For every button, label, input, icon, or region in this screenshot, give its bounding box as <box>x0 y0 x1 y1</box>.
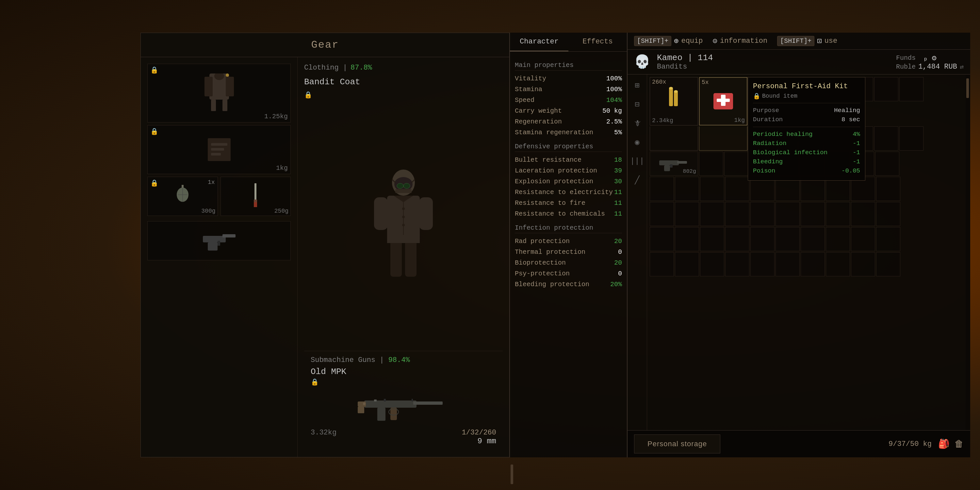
empty-cell-r2-6[interactable] <box>874 126 898 151</box>
funds-section: Funds ₚ ⚙ Ruble 1,484 RUB ⇄ <box>896 53 964 71</box>
empty-r7-10[interactable] <box>876 252 900 276</box>
empty-r5-9[interactable] <box>851 202 875 226</box>
accessory-slot[interactable]: 🔒 1kg <box>147 125 291 174</box>
currency-icon: ₚ <box>923 53 928 63</box>
char-faction-display: Bandits <box>657 63 896 71</box>
tab-character[interactable]: Character <box>510 33 568 51</box>
inventory-right: 260x 2.34kg 5x <box>647 75 966 430</box>
char-effects-tabs: Character Effects <box>510 33 627 52</box>
empty-r3-8[interactable] <box>875 151 899 176</box>
small-gun-cell[interactable]: 802g <box>650 151 698 176</box>
action-knife-icon[interactable]: 🗡 <box>630 116 645 130</box>
empty-r7-9[interactable] <box>851 252 875 276</box>
tooltip-divider-1 <box>753 103 860 103</box>
weapon-ammo-loaded: 1/32/260 <box>461 429 496 437</box>
svg-rect-22 <box>218 241 220 246</box>
inventory-scrollbar[interactable] <box>966 75 970 430</box>
empty-r6-1[interactable] <box>650 227 674 251</box>
empty-r7-6[interactable] <box>775 252 800 276</box>
empty-r6-7[interactable] <box>801 227 825 251</box>
empty-r5-6[interactable] <box>775 202 800 226</box>
empty-r7-4[interactable] <box>725 252 749 276</box>
stat-stamina-regen-value: 5% <box>614 129 622 136</box>
empty-cell-7[interactable] <box>899 77 923 101</box>
action-grid-icon[interactable]: ⊞ <box>630 78 645 93</box>
empty-r5-10[interactable] <box>876 202 900 226</box>
empty-r6-4[interactable] <box>725 227 749 251</box>
grenade-slot[interactable]: 🔒 1x 300g <box>147 177 218 216</box>
empty-r7-1[interactable] <box>650 252 674 276</box>
weapon-image-area <box>311 387 496 426</box>
ammo-cell-bottom[interactable] <box>650 126 698 151</box>
ruble-label: Ruble <box>896 63 916 70</box>
action-grid2-icon[interactable]: ⊟ <box>630 97 645 112</box>
ruble-row: Ruble 1,484 RUB ⇄ <box>896 63 964 71</box>
empty-r7-7[interactable] <box>801 252 825 276</box>
empty-r3-2[interactable] <box>724 151 748 176</box>
stat-vitality-value: 100% <box>606 75 622 82</box>
empty-r5-8[interactable] <box>826 202 850 226</box>
empty-r7-5[interactable] <box>750 252 775 276</box>
equip-toolbar-btn[interactable]: [SHIFT]+ ⊕ equip <box>634 36 703 46</box>
stat-psy-value: 0 <box>618 270 622 277</box>
inventory-row-7 <box>650 252 963 276</box>
empty-r5-5[interactable] <box>750 202 775 226</box>
accessory-lock-icon: 🔒 <box>150 127 158 135</box>
empty-r3-1[interactable] <box>699 151 723 176</box>
stat-fire-value: 11 <box>614 199 622 207</box>
empty-r4-3[interactable] <box>700 177 724 201</box>
action-camera-icon[interactable]: ◉ <box>630 135 645 150</box>
action-diagonal-icon[interactable]: ╱ <box>630 172 645 188</box>
information-toolbar-btn[interactable]: ⊙ information <box>713 36 767 46</box>
empty-r4-4[interactable] <box>725 177 749 201</box>
stat-electricity-value: 11 <box>614 188 622 196</box>
stat-bio-label: Bioprotection <box>515 259 566 267</box>
pistol-slot[interactable] <box>147 221 291 260</box>
empty-r5-4[interactable] <box>725 202 749 226</box>
empty-r5-2[interactable] <box>675 202 699 226</box>
action-ammo-icon[interactable]: ||| <box>630 154 645 169</box>
svg-point-52 <box>363 402 366 405</box>
empty-r6-8[interactable] <box>826 227 850 251</box>
trash-icon[interactable]: 🗑 <box>955 438 964 450</box>
svg-rect-2 <box>226 77 234 96</box>
use-toolbar-btn[interactable]: [SHIFT]+ ⊡ use <box>777 36 837 46</box>
svg-rect-59 <box>721 95 725 106</box>
ammo-cell[interactable]: 260x 2.34kg <box>650 77 698 126</box>
empty-r5-3[interactable] <box>700 202 724 226</box>
svg-point-54 <box>669 87 673 89</box>
bag-icon[interactable]: 🎒 <box>938 438 950 450</box>
empty-r5-1[interactable] <box>650 202 674 226</box>
medkit-cell[interactable]: 5x 1kg <box>699 77 748 126</box>
knife-weight: 250g <box>274 208 288 214</box>
knife-slot[interactable]: 250g <box>221 177 291 216</box>
svg-rect-41 <box>387 235 420 243</box>
empty-r4-10[interactable] <box>876 177 900 201</box>
empty-r7-3[interactable] <box>700 252 724 276</box>
exchange-icon[interactable]: ⇄ <box>960 63 964 71</box>
medkit-cell-bottom[interactable] <box>699 126 748 151</box>
empty-r4-2[interactable] <box>675 177 699 201</box>
stat-electricity-label: Resistance to electricity <box>515 188 613 196</box>
empty-r6-10[interactable] <box>876 227 900 251</box>
stat-carry: Carry weight 50 kg <box>515 105 622 116</box>
clothing-name-row: Clothing | 87.8% <box>304 64 503 72</box>
personal-storage-button[interactable]: Personal storage <box>634 434 720 453</box>
empty-r6-5[interactable] <box>750 227 775 251</box>
empty-r7-2[interactable] <box>675 252 699 276</box>
svg-rect-63 <box>670 164 673 167</box>
stat-bullet-label: Bullet resistance <box>515 156 581 164</box>
empty-r4-1[interactable] <box>650 177 674 201</box>
empty-r6-2[interactable] <box>675 227 699 251</box>
empty-r6-9[interactable] <box>851 227 875 251</box>
empty-r6-3[interactable] <box>700 227 724 251</box>
settings-icon[interactable]: ⚙ <box>932 53 937 63</box>
empty-r5-7[interactable] <box>801 202 825 226</box>
tab-effects[interactable]: Effects <box>568 33 627 51</box>
empty-r6-6[interactable] <box>775 227 800 251</box>
empty-cell-r2-7[interactable] <box>899 126 923 151</box>
empty-r7-8[interactable] <box>826 252 850 276</box>
tooltip-effect-radiation: Radiation -1 <box>753 139 860 148</box>
clothing-slot[interactable]: 🔒 1.25kg <box>147 64 291 123</box>
empty-cell-6[interactable] <box>874 77 898 101</box>
